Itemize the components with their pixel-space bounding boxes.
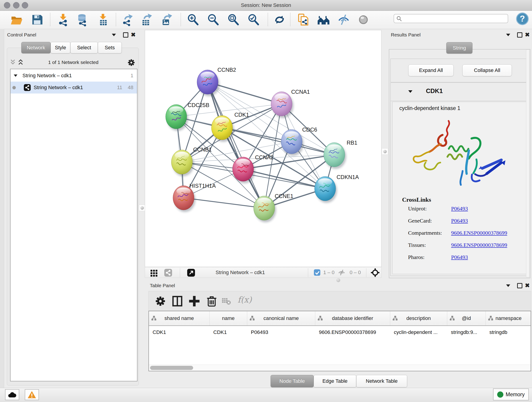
crosslink-value-link[interactable]: P06493 bbox=[451, 218, 468, 224]
tab-node-table[interactable]: Node Table bbox=[271, 375, 314, 387]
network-node-hist1h1a[interactable] bbox=[173, 186, 196, 212]
network-node-rb1[interactable] bbox=[324, 143, 346, 169]
table-cell[interactable]: CDK1 bbox=[149, 326, 210, 339]
network-options-gear-icon[interactable] bbox=[127, 58, 136, 67]
expand-all-networks-icon[interactable] bbox=[17, 59, 24, 66]
hidden-eye-slash-icon[interactable] bbox=[338, 269, 345, 276]
column-header-description[interactable]: description bbox=[390, 311, 447, 325]
grid-view-icon[interactable] bbox=[150, 268, 158, 277]
network-view-share-icon[interactable] bbox=[164, 268, 172, 277]
table-panel-menu-arrow[interactable] bbox=[506, 284, 510, 287]
tab-network-table[interactable]: Network Table bbox=[356, 375, 407, 387]
network-node-ccnb2[interactable] bbox=[197, 70, 220, 96]
tab-string[interactable]: String bbox=[446, 42, 472, 54]
column-header-shared-name[interactable]: shared name bbox=[149, 311, 210, 325]
crosslink-value-link[interactable]: 9606.ENSP00000378699 bbox=[451, 242, 507, 248]
results-panel-float-button[interactable] bbox=[517, 32, 522, 38]
results-panel-menu-arrow[interactable] bbox=[506, 34, 510, 36]
network-collection-row[interactable]: String Network – cdk1 1 bbox=[11, 70, 137, 82]
control-panel-float-button[interactable] bbox=[123, 32, 128, 38]
gene-section-header[interactable]: CDK1 bbox=[390, 83, 528, 101]
cloud-status-button[interactable] bbox=[5, 389, 19, 400]
import-table-button[interactable] bbox=[97, 13, 109, 26]
delete-table-icon[interactable] bbox=[221, 296, 232, 306]
table-panel-close-button[interactable]: ✖ bbox=[525, 283, 530, 288]
network-node-cdc25b[interactable] bbox=[166, 104, 188, 131]
column-header-namespace[interactable]: namespace bbox=[486, 311, 531, 325]
zoom-in-button[interactable] bbox=[186, 13, 199, 26]
table-cell[interactable]: 9606.ENSP00000378699 bbox=[315, 326, 390, 339]
gene-collapse-arrow[interactable] bbox=[408, 90, 412, 93]
network-node-cdk1[interactable] bbox=[211, 115, 234, 142]
tab-style[interactable]: Style bbox=[51, 42, 70, 53]
birdseye-view-icon[interactable] bbox=[187, 268, 196, 277]
column-header-canonical-name[interactable]: canonical name bbox=[247, 311, 315, 325]
control-panel-menu-arrow[interactable] bbox=[112, 34, 116, 36]
table-horizontal-scrollbar[interactable] bbox=[149, 365, 531, 371]
table-row[interactable]: CDK1CDK1P064939606.ENSP00000378699cyclin… bbox=[149, 326, 531, 339]
save-session-button[interactable] bbox=[31, 13, 44, 26]
crosslink-value-link[interactable]: P06493 bbox=[451, 206, 468, 212]
zoom-out-button[interactable] bbox=[207, 13, 220, 26]
column-header--id[interactable]: @id bbox=[447, 311, 486, 325]
network-edge[interactable] bbox=[208, 82, 264, 208]
network-edge[interactable] bbox=[184, 198, 264, 208]
network-edge[interactable] bbox=[243, 169, 325, 189]
results-scrollbar[interactable] bbox=[526, 50, 530, 277]
tab-select[interactable]: Select bbox=[70, 42, 98, 53]
network-node-ccne1[interactable] bbox=[254, 196, 276, 222]
table-cell[interactable]: cyclin-dependent ... bbox=[390, 326, 447, 339]
network-edge[interactable] bbox=[222, 128, 334, 155]
enhance-labels-button[interactable] bbox=[337, 13, 350, 26]
zoom-selected-button[interactable] bbox=[247, 13, 260, 26]
apply-layout-button[interactable] bbox=[273, 13, 286, 26]
tab-sets[interactable]: Sets bbox=[98, 42, 122, 53]
show-columns-icon[interactable] bbox=[171, 294, 184, 308]
network-node-ccna1[interactable] bbox=[271, 92, 293, 118]
bottom-splitter-grip[interactable] bbox=[336, 278, 340, 282]
open-session-button[interactable] bbox=[10, 13, 23, 26]
tab-network[interactable]: Network bbox=[21, 42, 51, 53]
results-panel-close-button[interactable]: ✖ bbox=[525, 32, 530, 38]
network-node-cdkn1a[interactable] bbox=[315, 177, 337, 203]
table-panel-float-button[interactable] bbox=[517, 283, 522, 288]
network-canvas[interactable]: CCNB2CCNA1CDC25BCDK1CDC6RB1CCNB1CCNA2CDK… bbox=[145, 30, 381, 267]
crosslink-value-link[interactable]: 9606.ENSP00000378699 bbox=[451, 230, 507, 236]
table-cell[interactable]: stringdb bbox=[486, 326, 531, 339]
zoom-fit-button[interactable] bbox=[227, 13, 240, 26]
crosshair-icon[interactable] bbox=[370, 268, 380, 277]
delete-column-trash-icon[interactable] bbox=[205, 294, 218, 308]
collapse-all-button[interactable]: Collapse All bbox=[462, 64, 512, 76]
string-import-button[interactable] bbox=[297, 13, 310, 26]
search-input[interactable] bbox=[394, 14, 508, 23]
table-options-gear-icon[interactable] bbox=[154, 294, 167, 308]
left-splitter-grip[interactable] bbox=[139, 205, 145, 211]
tab-edge-table[interactable]: Edge Table bbox=[314, 375, 356, 387]
export-table-button[interactable] bbox=[140, 13, 153, 26]
import-network-database-button[interactable] bbox=[76, 13, 89, 26]
network-node-ccna2[interactable] bbox=[233, 157, 255, 183]
help-button[interactable]: ? bbox=[516, 12, 529, 26]
warnings-button[interactable] bbox=[25, 389, 39, 400]
network-row[interactable]: String Network – cdk1 11 48 bbox=[11, 82, 137, 94]
export-image-button[interactable] bbox=[160, 13, 173, 26]
scrollbar-thumb[interactable] bbox=[150, 366, 193, 370]
column-header-name[interactable]: name bbox=[210, 311, 247, 325]
crosslink-value-link[interactable]: P06493 bbox=[451, 254, 468, 260]
string-home-button[interactable] bbox=[317, 13, 330, 26]
right-splitter-grip[interactable] bbox=[382, 148, 388, 155]
control-panel-close-button[interactable]: ✖ bbox=[131, 32, 136, 38]
function-builder-button[interactable]: f(x) bbox=[238, 295, 252, 304]
expand-all-button[interactable]: Expand All bbox=[408, 64, 454, 76]
glass-sphere-button[interactable] bbox=[357, 13, 370, 26]
collection-expand-arrow[interactable] bbox=[14, 75, 17, 77]
import-network-file-button[interactable] bbox=[57, 13, 70, 26]
table-cell[interactable]: P06493 bbox=[247, 326, 315, 339]
export-network-button[interactable] bbox=[121, 13, 134, 26]
table-cell[interactable]: stringdb:9... bbox=[447, 326, 486, 339]
column-header-database-identifier[interactable]: database identifier bbox=[315, 311, 390, 325]
create-column-plus-icon[interactable] bbox=[188, 294, 201, 308]
memory-button[interactable]: Memory bbox=[493, 389, 529, 400]
collapse-all-networks-icon[interactable] bbox=[10, 59, 17, 66]
table-cell[interactable]: CDK1 bbox=[210, 326, 247, 339]
